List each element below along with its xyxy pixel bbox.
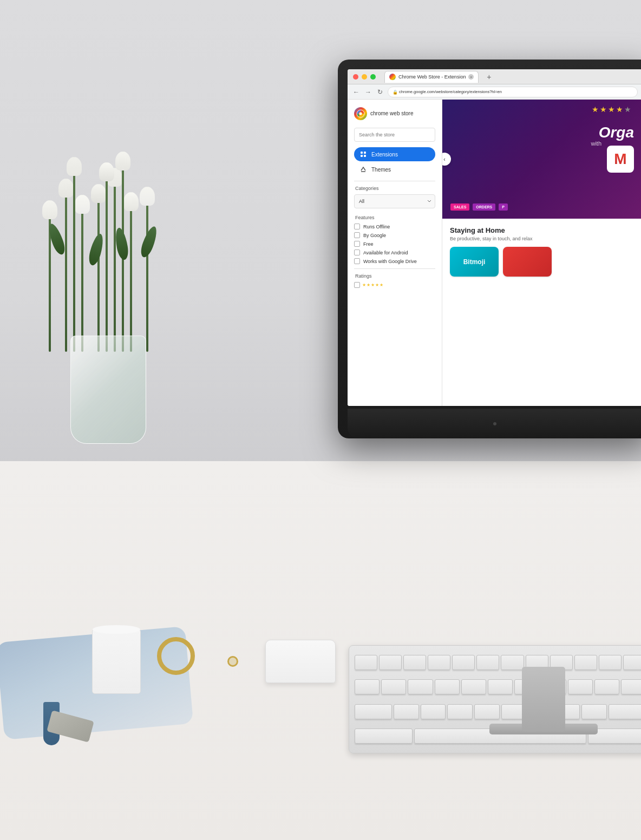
checkbox-works-google-drive-input[interactable] [354, 258, 360, 264]
key [408, 679, 433, 694]
tulip-stem-7 [146, 187, 148, 352]
key [452, 655, 475, 670]
checkbox-runs-offline-input[interactable] [354, 224, 360, 229]
candle-top [93, 625, 140, 634]
refresh-button[interactable]: ↻ [376, 88, 384, 96]
back-button[interactable]: ← [352, 88, 361, 96]
bitmoji-card-header: Bitmoji [450, 247, 499, 277]
key [403, 655, 426, 670]
features-label: Features [354, 215, 435, 220]
traffic-light-close[interactable] [353, 74, 358, 80]
tab-title: Chrome Web Store - Extension [398, 74, 466, 80]
svg-rect-2 [361, 152, 363, 154]
works-google-drive-label: Works with Google Drive [363, 259, 417, 264]
key [447, 704, 473, 719]
earring [227, 656, 238, 667]
search-input[interactable] [354, 128, 435, 142]
checkbox-available-android-input[interactable] [354, 250, 360, 255]
tulip-stem-2 [65, 179, 67, 352]
chrome-web-store-sidebar: chrome web store [348, 100, 442, 406]
key [599, 655, 622, 670]
svg-rect-4 [361, 155, 363, 157]
bitmoji-app-card[interactable]: Bitmoji [450, 247, 499, 277]
ratings-row-5star[interactable]: ★ ★ ★ ★ ★ [354, 282, 435, 288]
extensions-icon [359, 150, 367, 158]
red-app-card[interactable] [503, 247, 552, 277]
staying-home-heading: Staying at Home [450, 226, 635, 234]
banner-gmail-icon: M [607, 146, 634, 173]
cws-logo-icon [354, 107, 367, 120]
gmail-m-letter: M [614, 150, 626, 168]
checkbox-by-google[interactable]: By Google [354, 232, 435, 238]
key [594, 679, 619, 694]
staying-home-subtitle: Be productive, stay in touch, and relax [450, 236, 635, 241]
monitor-stand [522, 667, 565, 732]
key [355, 729, 413, 744]
tulip-stem-3 [81, 195, 83, 352]
scene: Chrome Web Store - Extension × + ← → ↻ 🔒… [0, 0, 641, 840]
star-3: ★ [371, 283, 375, 287]
keyboard-row-3 [355, 700, 641, 723]
star-4: ★ [375, 283, 379, 287]
flower-vase [70, 336, 146, 444]
ratings-label: Ratings [354, 273, 435, 279]
banner-star-4: ★ [616, 105, 623, 114]
monitor-screen: Chrome Web Store - Extension × + ← → ↻ 🔒… [348, 69, 641, 406]
tulip-bunch [32, 108, 195, 352]
browser-tab-active[interactable]: Chrome Web Store - Extension × [384, 71, 479, 83]
gold-bracelet [157, 637, 195, 675]
leaf-2 [87, 232, 106, 266]
checkbox-by-google-input[interactable] [354, 232, 360, 238]
categories-label: Categories [354, 186, 435, 191]
key [488, 679, 513, 694]
themes-icon [359, 166, 367, 173]
key [476, 655, 499, 670]
free-label: Free [363, 241, 374, 247]
candle [92, 629, 141, 694]
banner-star-2: ★ [600, 105, 607, 114]
browser-content: chrome web store [348, 100, 641, 406]
key [501, 655, 524, 670]
tulips-area [0, 108, 271, 595]
key [435, 679, 460, 694]
monitor-chin [348, 409, 641, 438]
forward-button[interactable]: → [364, 88, 372, 96]
key [609, 704, 641, 719]
address-bar[interactable]: 🔒 chrome.google.com/webstore/category/ex… [388, 87, 638, 97]
leaf-4 [139, 225, 160, 259]
staying-at-home-section: Staying at Home Be productive, stay in t… [442, 219, 641, 281]
star-2: ★ [367, 283, 370, 287]
banner-tag-orders: ORDERS [473, 204, 495, 211]
nav-item-themes[interactable]: Themes [354, 162, 435, 176]
traffic-light-maximize[interactable] [370, 74, 376, 80]
checkbox-runs-offline[interactable]: Runs Offline [354, 224, 435, 229]
leaf-3 [114, 227, 130, 261]
checkbox-available-android[interactable]: Available for Android [354, 250, 435, 255]
banner-subtitle: with [591, 140, 601, 147]
categories-select[interactable]: All [354, 194, 435, 208]
banner-star-5-empty: ★ [624, 105, 631, 114]
checkbox-free[interactable]: Free [354, 241, 435, 247]
nav-item-extensions[interactable]: Extensions [354, 147, 435, 161]
key [355, 704, 392, 719]
rating-5-checkbox[interactable] [354, 282, 360, 288]
bitmoji-logo-text: Bitmoji [463, 258, 486, 266]
checkbox-works-google-drive[interactable]: Works with Google Drive [354, 258, 435, 264]
cws-logo-text: chrome web store [370, 110, 413, 117]
key [381, 679, 406, 694]
new-tab-button[interactable]: + [484, 72, 494, 82]
tab-close-button[interactable]: × [468, 74, 474, 80]
tulip-stem-1 [49, 200, 51, 352]
tulip-stem-9 [106, 162, 108, 352]
key [355, 655, 377, 670]
available-android-label: Available for Android [363, 250, 408, 255]
banner-star-1: ★ [592, 105, 599, 114]
monitor-camera [493, 422, 496, 425]
banner-prev-arrow[interactable]: ‹ [442, 153, 451, 166]
banner-title: Orga [599, 124, 634, 141]
traffic-light-minimize[interactable] [362, 74, 367, 80]
checkbox-free-input[interactable] [354, 241, 360, 247]
keyboard-row-1 [355, 651, 641, 674]
extensions-label: Extensions [371, 152, 398, 158]
cws-banner: ‹ ★ ★ ★ ★ ★ Orga with M [442, 100, 641, 219]
